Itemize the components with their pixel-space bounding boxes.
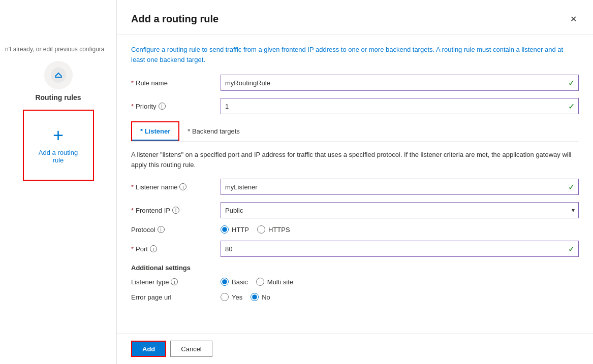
listener-type-row: Listener type i Basic Multi site bbox=[131, 278, 579, 286]
port-required: * bbox=[131, 245, 134, 253]
protocol-https-label: HTTPS bbox=[268, 226, 290, 234]
priority-required: * bbox=[131, 103, 134, 110]
listener-type-multisite-radio[interactable] bbox=[256, 278, 264, 286]
error-page-yes-label: Yes bbox=[232, 293, 242, 301]
listener-type-label: Listener type i bbox=[131, 278, 212, 286]
listener-name-input-wrapper: ✓ bbox=[221, 179, 579, 195]
error-page-url-row: Error page url Yes No bbox=[131, 293, 579, 301]
listener-type-basic-radio[interactable] bbox=[221, 278, 229, 286]
protocol-radio-group: HTTP HTTPS bbox=[221, 225, 290, 234]
port-check-icon: ✓ bbox=[568, 244, 575, 254]
frontend-ip-info-icon[interactable]: i bbox=[172, 207, 179, 214]
plus-icon: + bbox=[53, 126, 64, 145]
frontend-ip-select[interactable]: Public Private bbox=[221, 202, 579, 218]
frontend-ip-label: * Frontend IP i bbox=[131, 207, 212, 214]
cancel-button[interactable]: Cancel bbox=[170, 341, 212, 357]
listener-type-label-text: Listener type bbox=[131, 278, 169, 286]
listener-name-info-icon[interactable]: i bbox=[179, 183, 186, 190]
protocol-https-radio[interactable] bbox=[257, 225, 265, 234]
rule-name-label: * Rule name bbox=[131, 79, 212, 87]
priority-label: * Priority i bbox=[131, 103, 212, 110]
listener-name-row: * Listener name i ✓ bbox=[131, 179, 579, 195]
listener-section-desc: A listener "listens" on a specified port… bbox=[131, 150, 579, 170]
listener-type-basic-label: Basic bbox=[232, 278, 248, 286]
listener-type-multisite-label: Multi site bbox=[267, 278, 293, 286]
priority-check-icon: ✓ bbox=[568, 102, 575, 111]
priority-label-text: Priority bbox=[136, 103, 156, 110]
listener-name-label-text: Listener name bbox=[136, 183, 177, 191]
port-label-text: Port bbox=[136, 245, 148, 253]
rule-name-input-wrapper: ✓ bbox=[221, 75, 579, 91]
listener-tab[interactable]: * Listener bbox=[131, 121, 179, 141]
frontend-ip-select-wrapper: Public Private ▾ bbox=[221, 202, 579, 218]
port-input[interactable] bbox=[221, 241, 579, 257]
error-page-no-label: No bbox=[262, 293, 270, 301]
listener-type-radio-group: Basic Multi site bbox=[221, 278, 293, 286]
error-page-url-label-text: Error page url bbox=[131, 293, 171, 301]
additional-settings-heading: Additional settings bbox=[131, 264, 579, 272]
port-label: * Port i bbox=[131, 245, 212, 253]
rule-name-check-icon: ✓ bbox=[568, 78, 575, 88]
routing-rules-label: Routing rules bbox=[35, 93, 81, 102]
rule-name-input[interactable] bbox=[221, 75, 579, 91]
error-page-no-radio[interactable] bbox=[251, 293, 259, 301]
listener-type-multisite-option[interactable]: Multi site bbox=[256, 278, 293, 286]
listener-name-input[interactable] bbox=[221, 179, 579, 195]
listener-type-basic-option[interactable]: Basic bbox=[221, 278, 248, 286]
port-info-icon[interactable]: i bbox=[150, 245, 157, 252]
protocol-info-icon[interactable]: i bbox=[158, 226, 165, 233]
protocol-label: Protocol i bbox=[131, 226, 212, 234]
error-page-url-label: Error page url bbox=[131, 293, 212, 301]
add-routing-rule-label: Add a routing rule bbox=[39, 149, 78, 164]
protocol-label-text: Protocol bbox=[131, 226, 155, 234]
dialog-footer: Add Cancel bbox=[117, 333, 593, 364]
add-button[interactable]: Add bbox=[131, 341, 166, 357]
error-page-url-radio-group: Yes No bbox=[221, 293, 270, 301]
sidebar-bg-text: n't already, or edit previous configura bbox=[0, 41, 116, 58]
sidebar: n't already, or edit previous configura … bbox=[0, 0, 117, 364]
add-routing-rule-button[interactable]: + Add a routing rule bbox=[23, 110, 94, 181]
close-button[interactable]: ✕ bbox=[568, 12, 579, 26]
priority-input-wrapper: ✓ bbox=[221, 98, 579, 114]
rule-name-row: * Rule name ✓ bbox=[131, 75, 579, 91]
error-page-yes-radio[interactable] bbox=[221, 293, 229, 301]
frontend-ip-label-text: Frontend IP bbox=[136, 207, 170, 214]
listener-type-info-icon[interactable]: i bbox=[171, 278, 178, 285]
error-page-no-option[interactable]: No bbox=[251, 293, 270, 301]
protocol-http-radio[interactable] bbox=[221, 225, 229, 234]
frontend-ip-row: * Frontend IP i Public Private ▾ bbox=[131, 202, 579, 218]
priority-input[interactable] bbox=[221, 98, 579, 114]
protocol-http-option[interactable]: HTTP bbox=[221, 225, 249, 234]
protocol-https-option[interactable]: HTTPS bbox=[257, 225, 290, 234]
listener-name-check-icon: ✓ bbox=[568, 182, 575, 192]
port-input-wrapper: ✓ bbox=[221, 241, 579, 257]
backend-targets-tab[interactable]: * Backend targets bbox=[179, 121, 248, 141]
protocol-row: Protocol i HTTP HTTPS bbox=[131, 225, 579, 234]
rule-name-required: * bbox=[131, 79, 134, 87]
dialog-title: Add a routing rule bbox=[131, 13, 219, 25]
routing-rules-icon bbox=[44, 61, 73, 89]
add-routing-rule-dialog: Add a routing rule ✕ Configure a routing… bbox=[117, 0, 593, 364]
error-page-yes-option[interactable]: Yes bbox=[221, 293, 242, 301]
port-row: * Port i ✓ bbox=[131, 241, 579, 257]
priority-info-icon[interactable]: i bbox=[159, 103, 166, 110]
listener-name-label: * Listener name i bbox=[131, 183, 212, 191]
priority-row: * Priority i ✓ bbox=[131, 98, 579, 114]
frontend-ip-required: * bbox=[131, 207, 134, 214]
dialog-info-text: Configure a routing rule to send traffic… bbox=[131, 45, 579, 64]
main-panel: Add a routing rule ✕ Configure a routing… bbox=[117, 0, 593, 364]
rule-name-label-text: Rule name bbox=[136, 79, 168, 87]
dialog-header: Add a routing rule ✕ bbox=[117, 0, 593, 35]
tabs-row: * Listener * Backend targets bbox=[131, 121, 579, 142]
listener-name-required: * bbox=[131, 183, 134, 191]
dialog-body: Configure a routing rule to send traffic… bbox=[117, 35, 593, 333]
protocol-http-label: HTTP bbox=[232, 226, 249, 234]
svg-point-0 bbox=[51, 68, 66, 83]
